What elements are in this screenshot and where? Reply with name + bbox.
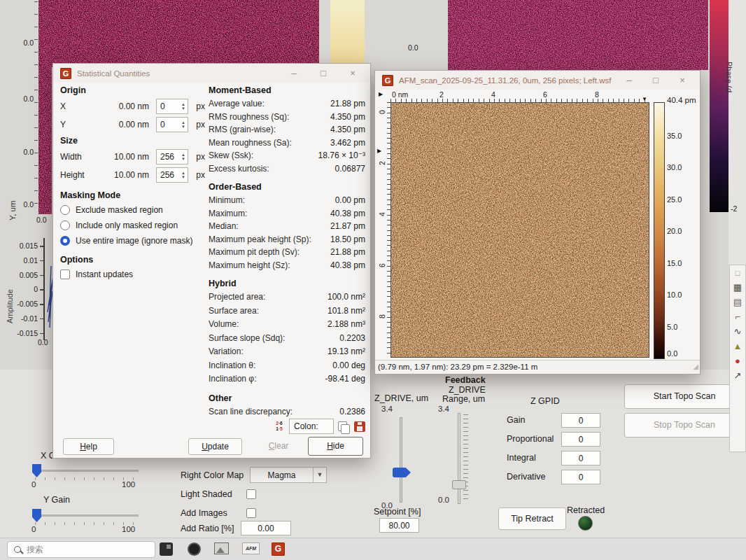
derivative-input[interactable]: 0 — [561, 470, 600, 484]
spin-up-icon[interactable]: ▲ — [181, 103, 185, 106]
camera-icon[interactable] — [188, 542, 201, 556]
x-value: 0.00 nm — [92, 102, 156, 111]
x-label: X — [60, 102, 92, 111]
y-axis-tick: 0.0 — [14, 38, 34, 47]
minimize-icon[interactable]: – — [283, 64, 304, 83]
hide-button[interactable]: Hide — [308, 437, 363, 456]
frame-icon[interactable]: □ — [736, 268, 740, 278]
stat-row: RMS (grain-wise):4.350 pm — [209, 123, 365, 136]
move-icon[interactable]: ↗ — [734, 371, 742, 381]
minimize-icon[interactable]: – — [619, 71, 640, 90]
spin-down-icon[interactable]: ▼ — [181, 158, 185, 161]
radio-include-masked[interactable]: Include only masked region — [60, 218, 205, 233]
maximize-icon[interactable]: □ — [313, 64, 334, 83]
scan-colorbar — [654, 102, 665, 359]
height-value: 10.00 nm — [92, 170, 156, 180]
close-icon[interactable]: × — [672, 71, 693, 90]
y-axis-tick: 0.0 — [14, 94, 34, 103]
radio-exclude-masked[interactable]: Exclude masked region — [60, 202, 205, 218]
instant-updates-checkbox-row[interactable]: Instant updates — [60, 267, 205, 282]
y-unit: px — [188, 120, 205, 130]
photos-icon[interactable] — [214, 542, 229, 554]
h-ruler-label: 0 nm — [392, 90, 408, 99]
maximize-icon[interactable]: □ — [645, 71, 666, 90]
close-icon[interactable]: × — [342, 64, 363, 83]
stat-row: Excess kurtosis:0.06877 — [209, 162, 365, 176]
add-ratio-input[interactable]: 0.00 — [241, 521, 291, 536]
help-button[interactable]: Help — [63, 438, 114, 455]
resize-grip-icon[interactable]: ◢ — [693, 360, 698, 373]
z-gpid-header: Z GPID — [530, 396, 560, 406]
z-drive-slider[interactable] — [400, 417, 402, 503]
colorbar-tick: 10.0 — [667, 290, 699, 299]
x-gain-slider[interactable] — [32, 470, 139, 472]
tip-retract-button[interactable]: Tip Retract — [498, 507, 566, 530]
dialog-titlebar[interactable]: G Statistical Quantities – □ × — [53, 64, 370, 83]
scan-image[interactable] — [390, 102, 649, 358]
y-gain-slider[interactable] — [32, 514, 139, 517]
proportional-input[interactable]: 0 — [561, 432, 600, 447]
v-ruler-label: 4 — [378, 212, 386, 216]
feedback-header: Feedback — [445, 375, 486, 385]
stat-row: Scan line discrepancy:0.2386 — [209, 405, 365, 419]
clear-button[interactable]: Clear — [258, 438, 300, 455]
z-range-slider[interactable] — [458, 413, 460, 504]
list-icon[interactable]: ▤ — [733, 298, 742, 307]
integral-input[interactable]: 0 — [561, 451, 600, 465]
stat-row: Average value:21.88 pm — [209, 97, 365, 111]
add-images-checkbox[interactable] — [246, 508, 256, 518]
stop-topo-scan-button[interactable]: Stop Topo Scan — [624, 413, 745, 438]
hybrid-header: Hybrid — [209, 276, 365, 290]
spin-down-icon[interactable]: ▼ — [181, 176, 185, 179]
scan-window-titlebar[interactable]: G AFM_scan_2025-09-25_11.31.26, 0um, 256… — [375, 71, 700, 90]
crop-icon[interactable]: ⌐ — [735, 312, 740, 322]
spin-down-icon[interactable]: ▼ — [181, 107, 185, 111]
amplitude-tick: 0 — [10, 285, 38, 293]
origin-y-row: Y 0.00 nm 0 ▲▼ px — [60, 115, 205, 134]
curve-icon[interactable]: ∿ — [734, 327, 742, 337]
number-format-icon[interactable]: 2·61·5 — [274, 421, 285, 432]
amplitude-tick: 0.015 — [10, 241, 38, 250]
height-label: Height — [60, 170, 92, 180]
search-input[interactable]: 搜索 — [7, 541, 155, 558]
spin-up-icon[interactable]: ▲ — [181, 172, 185, 175]
right-color-map-select[interactable]: Magma ▼ — [250, 467, 327, 483]
z-range-max: 3.4 — [438, 405, 449, 413]
radio-use-entire-image[interactable]: Use entire image (ignore mask) — [60, 233, 205, 248]
spin-up-icon[interactable]: ▲ — [181, 153, 185, 157]
h-ruler-label: 2 — [439, 90, 444, 99]
width-px-spinbox[interactable]: 256 ▲▼ — [156, 149, 188, 164]
amplitude-axis-label: Amplitude — [6, 289, 14, 323]
afm-icon[interactable]: AFM — [242, 542, 260, 554]
spin-down-icon[interactable]: ▼ — [181, 125, 185, 129]
start-topo-scan-button[interactable]: Start Topo Scan — [624, 384, 745, 409]
z-range-handle[interactable] — [452, 480, 466, 489]
proportional-label: Proportional — [507, 434, 554, 444]
update-button[interactable]: Update — [188, 438, 242, 455]
copy-icon[interactable] — [338, 421, 347, 431]
app-window-icon[interactable] — [160, 542, 173, 556]
z-drive-max: 3.4 — [381, 405, 393, 413]
spin-up-icon[interactable]: ▲ — [181, 121, 185, 125]
stat-row: Inclination θ:0.00 deg — [209, 359, 365, 373]
blob-icon[interactable]: ● — [735, 356, 740, 366]
colon-format-select[interactable]: Colon: — [289, 419, 334, 434]
y-gain-label: Y Gain — [43, 495, 70, 505]
light-shaded-checkbox[interactable] — [246, 489, 256, 499]
save-icon[interactable] — [354, 421, 365, 432]
gwyddion-taskbar-icon[interactable]: G — [272, 542, 285, 556]
side-toolbar: □ ▦ ▤ ⌐ ∿ ▲ ● ↗ — [729, 265, 746, 452]
x-px-spinbox[interactable]: 0 ▲▼ — [156, 99, 188, 114]
stat-row: Minimum:0.00 pm — [209, 194, 365, 207]
setpoint-input[interactable]: 80.00 — [379, 518, 419, 533]
mountain-icon[interactable]: ▲ — [733, 342, 743, 351]
stat-row: RMS roughness (Sq):4.350 pm — [209, 111, 365, 124]
search-placeholder: 搜索 — [27, 544, 43, 556]
search-icon — [14, 546, 21, 553]
v-ruler-label: 0 — [378, 110, 386, 114]
y-px-spinbox[interactable]: 0 ▲▼ — [156, 117, 188, 132]
height-px-spinbox[interactable]: 256 ▲▼ — [156, 167, 188, 183]
image-grid-icon[interactable]: ▦ — [733, 283, 742, 293]
gain-input[interactable]: 0 — [561, 413, 600, 428]
amplitude-x-origin: 0.0 — [38, 338, 48, 346]
